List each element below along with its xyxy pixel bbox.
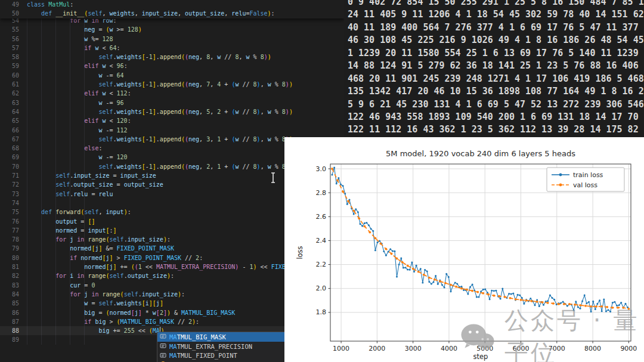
- code-line[interactable]: 65 elif w < 120:: [0, 116, 344, 125]
- line-number: 82: [0, 271, 19, 280]
- line-number: 84: [0, 290, 19, 299]
- code-line[interactable]: 56 w %= 128: [0, 35, 344, 44]
- line-number: 87: [0, 317, 19, 326]
- line-number: 85: [0, 299, 19, 308]
- code-line[interactable]: 59 elif w < 96:: [0, 61, 344, 70]
- suggest-label: MATMUL_FIXED_POINT: [169, 352, 237, 359]
- svg-text:loss: loss: [296, 246, 304, 259]
- line-number: 59: [0, 61, 19, 70]
- suggest-label: MATMUL_EXTRA_PRECISION: [169, 343, 252, 350]
- line-number: 50: [0, 9, 19, 18]
- terminal-row: 5 9 6 21 45 230 131 4 1 6 69 5 47 52 13 …: [344, 98, 644, 111]
- line-number: 67: [0, 135, 19, 144]
- code-line[interactable]: 57 if w < 64:: [0, 44, 344, 52]
- terminal-row: 24 11 405 9 11 1206 4 1 18 54 45 302 59 …: [344, 8, 644, 21]
- code-line[interactable]: 63 w -= 96: [0, 98, 344, 107]
- constant-icon: [160, 333, 166, 341]
- chart-window: 5M model, 1920 vocab 240 dim 6 layers 5 …: [284, 137, 644, 362]
- sticky-code-line[interactable]: 50 def __init__(self, weights, input_siz…: [0, 9, 344, 18]
- line-number: 78: [0, 235, 19, 244]
- svg-text:train loss: train loss: [573, 171, 603, 179]
- constant-icon: [160, 342, 166, 350]
- svg-text:2.2: 2.2: [316, 261, 327, 268]
- terminal-row: 14 88 124 91 5 279 62 36 18 141 25 1 23 …: [344, 60, 644, 72]
- svg-text:1.8: 1.8: [316, 308, 327, 316]
- svg-text:1000: 1000: [333, 345, 349, 352]
- svg-text:2.0: 2.0: [316, 284, 327, 292]
- line-number: 81: [0, 262, 19, 271]
- code-line[interactable]: 61 self.weights[-1].append((neg, 7, 4 + …: [0, 80, 344, 89]
- line-number: 74: [0, 199, 19, 208]
- line-number: 75: [0, 208, 19, 216]
- svg-text:2.8: 2.8: [316, 189, 327, 197]
- svg-text:2.4: 2.4: [316, 237, 327, 245]
- line-number: 49: [0, 0, 19, 9]
- svg-text:val loss: val loss: [573, 181, 597, 189]
- constant-icon: [160, 352, 166, 360]
- line-number: 58: [0, 52, 19, 61]
- code-line[interactable]: 64 self.weights[-1].append((neg, 5, 2 + …: [0, 107, 344, 116]
- suggest-item-MATMUL_BIG_MASK[interactable]: MATMUL_BIG_MASK: [157, 332, 287, 342]
- code-line[interactable]: 60 w -= 64: [0, 71, 344, 80]
- svg-text:2.6: 2.6: [316, 213, 327, 221]
- line-number: 71: [0, 171, 19, 180]
- sticky-code-line[interactable]: 49class MatMul:: [0, 0, 344, 9]
- line-number: 77: [0, 226, 19, 235]
- line-number: 69: [0, 153, 19, 162]
- terminal-row: 468 20 11 901 245 239 248 1271 4 1 17 10…: [344, 73, 644, 85]
- line-number: 66: [0, 126, 19, 135]
- suggest-item-MATMUL_EXTRA_PRECISION[interactable]: MATMUL_EXTRA_PRECISION: [157, 342, 287, 351]
- line-number: 73: [0, 190, 19, 199]
- terminal-row: 135 1342 417 20 46 10 15 36 1898 108 77 …: [344, 85, 644, 98]
- mouse-ibeam-cursor: [269, 172, 277, 184]
- terminal-row: 40 11 189 400 564 7 276 377 4 1 6 69 17 …: [344, 21, 644, 34]
- code-line[interactable]: 55 neg = (w >= 128): [0, 25, 344, 34]
- line-number: 88: [0, 326, 19, 335]
- line-number: 83: [0, 281, 19, 290]
- suggest-item-MATMUL_FIXED_POINT[interactable]: MATMUL_FIXED_POINT: [157, 351, 287, 360]
- terminal-row: 46 30 108 45 225 216 9 1026 49 4 1 8 16 …: [344, 34, 644, 47]
- line-number: 64: [0, 107, 19, 116]
- svg-text:3.0: 3.0: [316, 165, 327, 173]
- line-number: 63: [0, 98, 19, 107]
- screen: 54 for w in row:55 neg = (w >= 128)56 w …: [0, 0, 644, 362]
- svg-text:2000: 2000: [369, 345, 385, 352]
- line-number: 79: [0, 244, 19, 253]
- line-number: 65: [0, 116, 19, 125]
- code-line[interactable]: 58 self.weights[-1].append((neg, 8, w //…: [0, 52, 344, 61]
- autocomplete-popup[interactable]: MATMUL_BIG_MASKMATMUL_EXTRA_PRECISIONMAT…: [157, 332, 288, 362]
- sticky-scroll-header[interactable]: 49class MatMul:50 def __init__(self, wei…: [0, 0, 344, 18]
- terminal-row: 122 11 112 16 43 362 1 23 5 362 112 13 3…: [344, 123, 644, 136]
- svg-text:3000: 3000: [405, 345, 422, 352]
- line-number: 89: [0, 335, 19, 344]
- line-number: 61: [0, 80, 19, 89]
- line-number: 86: [0, 308, 19, 317]
- terminal-row: 0 9 402 72 854 15 50 255 291 1 25 5 8 16…: [344, 0, 644, 8]
- line-number: 68: [0, 144, 19, 153]
- suggest-label: MATMUL_BIG_MASK: [169, 333, 226, 341]
- line-number: 57: [0, 44, 19, 52]
- code-line[interactable]: 66 w -= 112: [0, 126, 344, 135]
- line-number: 55: [0, 25, 19, 34]
- terminal-row: 1 1239 20 11 1580 554 25 1 6 13 69 17 76…: [344, 47, 644, 60]
- code-line[interactable]: 62 elif w < 112:: [0, 89, 344, 98]
- line-number: 60: [0, 71, 19, 80]
- watermark-text: 公众号 · 量子位: [504, 304, 644, 362]
- line-number: 76: [0, 217, 19, 226]
- terminal-row: 122 46 943 558 1893 109 540 200 1 6 69 1…: [344, 111, 644, 123]
- wechat-icon: [460, 318, 495, 355]
- watermark: 公众号 · 量子位: [460, 304, 644, 362]
- line-number: 80: [0, 253, 19, 262]
- terminal-rows: 0 9 402 72 854 15 50 255 291 1 25 5 8 16…: [344, 0, 644, 137]
- line-number: 62: [0, 89, 19, 98]
- line-number: 72: [0, 180, 19, 189]
- line-number: 70: [0, 162, 19, 171]
- line-number: 56: [0, 35, 19, 44]
- svg-text:4000: 4000: [441, 345, 457, 352]
